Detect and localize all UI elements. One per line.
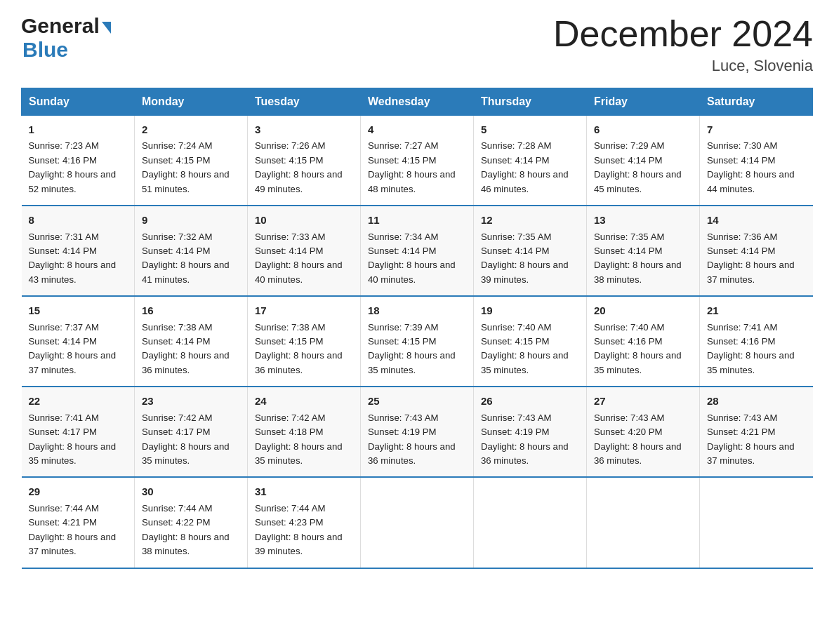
day-number: 11	[368, 212, 466, 228]
day-info: Sunrise: 7:28 AMSunset: 4:14 PMDaylight:…	[481, 139, 579, 196]
calendar-cell: 25Sunrise: 7:43 AMSunset: 4:19 PMDayligh…	[361, 387, 474, 477]
day-info: Sunrise: 7:43 AMSunset: 4:20 PMDaylight:…	[594, 411, 692, 469]
calendar-cell: 5Sunrise: 7:28 AMSunset: 4:14 PMDaylight…	[474, 116, 587, 206]
calendar-cell: 26Sunrise: 7:43 AMSunset: 4:19 PMDayligh…	[474, 387, 587, 477]
calendar-cell: 16Sunrise: 7:38 AMSunset: 4:14 PMDayligh…	[135, 296, 248, 387]
calendar-cell: 3Sunrise: 7:26 AMSunset: 4:15 PMDaylight…	[248, 116, 361, 206]
day-number: 17	[255, 302, 353, 318]
day-info: Sunrise: 7:40 AMSunset: 4:16 PMDaylight:…	[594, 321, 692, 378]
header-tuesday: Tuesday	[248, 88, 361, 116]
day-info: Sunrise: 7:43 AMSunset: 4:19 PMDaylight:…	[368, 411, 466, 469]
header-wednesday: Wednesday	[361, 88, 474, 116]
day-number: 31	[255, 483, 353, 499]
calendar-cell: 22Sunrise: 7:41 AMSunset: 4:17 PMDayligh…	[22, 387, 135, 477]
day-info: Sunrise: 7:37 AMSunset: 4:14 PMDaylight:…	[29, 321, 128, 378]
calendar-cell: 31Sunrise: 7:44 AMSunset: 4:23 PMDayligh…	[248, 477, 361, 568]
day-number: 1	[29, 121, 128, 137]
day-number: 7	[707, 121, 806, 137]
day-number: 3	[255, 121, 353, 137]
day-number: 21	[707, 302, 806, 318]
calendar-cell: 14Sunrise: 7:36 AMSunset: 4:14 PMDayligh…	[700, 206, 813, 296]
calendar-cell: 7Sunrise: 7:30 AMSunset: 4:14 PMDaylight…	[700, 116, 813, 206]
day-info: Sunrise: 7:38 AMSunset: 4:14 PMDaylight:…	[142, 321, 240, 378]
day-info: Sunrise: 7:41 AMSunset: 4:16 PMDaylight:…	[707, 321, 806, 378]
day-number: 20	[594, 302, 692, 318]
day-info: Sunrise: 7:29 AMSunset: 4:14 PMDaylight:…	[594, 139, 692, 196]
calendar-cell: 15Sunrise: 7:37 AMSunset: 4:14 PMDayligh…	[22, 296, 135, 387]
day-info: Sunrise: 7:40 AMSunset: 4:15 PMDaylight:…	[481, 321, 579, 378]
calendar-cell: 2Sunrise: 7:24 AMSunset: 4:15 PMDaylight…	[135, 116, 248, 206]
day-number: 9	[142, 212, 240, 228]
logo-arrow-icon	[102, 22, 111, 34]
calendar-cell: 10Sunrise: 7:33 AMSunset: 4:14 PMDayligh…	[248, 206, 361, 296]
header-monday: Monday	[135, 88, 248, 116]
calendar-cell	[587, 477, 700, 568]
day-info: Sunrise: 7:43 AMSunset: 4:21 PMDaylight:…	[707, 411, 806, 469]
subtitle: Luce, Slovenia	[553, 57, 813, 75]
calendar-cell: 28Sunrise: 7:43 AMSunset: 4:21 PMDayligh…	[700, 387, 813, 477]
day-info: Sunrise: 7:27 AMSunset: 4:15 PMDaylight:…	[368, 139, 466, 196]
day-number: 10	[255, 212, 353, 228]
day-number: 4	[368, 121, 466, 137]
day-number: 23	[142, 393, 240, 409]
day-number: 13	[594, 212, 692, 228]
week-row-3: 15Sunrise: 7:37 AMSunset: 4:14 PMDayligh…	[22, 296, 813, 387]
day-number: 22	[29, 393, 128, 409]
day-info: Sunrise: 7:41 AMSunset: 4:17 PMDaylight:…	[29, 411, 128, 469]
day-info: Sunrise: 7:31 AMSunset: 4:14 PMDaylight:…	[29, 230, 128, 288]
day-number: 5	[481, 121, 579, 137]
day-number: 8	[29, 212, 128, 228]
day-info: Sunrise: 7:35 AMSunset: 4:14 PMDaylight:…	[594, 230, 692, 288]
day-info: Sunrise: 7:35 AMSunset: 4:14 PMDaylight:…	[481, 230, 579, 288]
calendar-header-row: SundayMondayTuesdayWednesdayThursdayFrid…	[22, 88, 813, 116]
day-info: Sunrise: 7:38 AMSunset: 4:15 PMDaylight:…	[255, 321, 353, 378]
week-row-5: 29Sunrise: 7:44 AMSunset: 4:21 PMDayligh…	[22, 477, 813, 568]
logo-blue: Blue	[22, 38, 68, 61]
calendar-cell: 19Sunrise: 7:40 AMSunset: 4:15 PMDayligh…	[474, 296, 587, 387]
logo: General Blue	[21, 14, 111, 62]
day-info: Sunrise: 7:44 AMSunset: 4:23 PMDaylight:…	[255, 502, 353, 559]
calendar-cell: 30Sunrise: 7:44 AMSunset: 4:22 PMDayligh…	[135, 477, 248, 568]
header-sunday: Sunday	[22, 88, 135, 116]
week-row-1: 1Sunrise: 7:23 AMSunset: 4:16 PMDaylight…	[22, 116, 813, 206]
day-number: 24	[255, 393, 353, 409]
calendar-cell: 8Sunrise: 7:31 AMSunset: 4:14 PMDaylight…	[22, 206, 135, 296]
day-number: 14	[707, 212, 806, 228]
calendar-cell: 12Sunrise: 7:35 AMSunset: 4:14 PMDayligh…	[474, 206, 587, 296]
calendar-cell	[361, 477, 474, 568]
day-info: Sunrise: 7:44 AMSunset: 4:21 PMDaylight:…	[29, 502, 128, 559]
day-number: 15	[29, 302, 128, 318]
header-saturday: Saturday	[700, 88, 813, 116]
day-number: 25	[368, 393, 466, 409]
calendar-cell	[700, 477, 813, 568]
main-title: December 2024	[553, 14, 813, 54]
day-info: Sunrise: 7:34 AMSunset: 4:14 PMDaylight:…	[368, 230, 466, 288]
calendar-cell: 9Sunrise: 7:32 AMSunset: 4:14 PMDaylight…	[135, 206, 248, 296]
header-thursday: Thursday	[474, 88, 587, 116]
day-info: Sunrise: 7:32 AMSunset: 4:14 PMDaylight:…	[142, 230, 240, 288]
day-info: Sunrise: 7:39 AMSunset: 4:15 PMDaylight:…	[368, 321, 466, 378]
calendar-cell: 29Sunrise: 7:44 AMSunset: 4:21 PMDayligh…	[22, 477, 135, 568]
day-number: 18	[368, 302, 466, 318]
calendar-cell: 17Sunrise: 7:38 AMSunset: 4:15 PMDayligh…	[248, 296, 361, 387]
day-info: Sunrise: 7:42 AMSunset: 4:18 PMDaylight:…	[255, 411, 353, 469]
day-number: 29	[29, 483, 128, 499]
day-info: Sunrise: 7:30 AMSunset: 4:14 PMDaylight:…	[707, 139, 806, 196]
title-area: December 2024 Luce, Slovenia	[553, 14, 813, 75]
calendar-cell: 11Sunrise: 7:34 AMSunset: 4:14 PMDayligh…	[361, 206, 474, 296]
day-info: Sunrise: 7:43 AMSunset: 4:19 PMDaylight:…	[481, 411, 579, 469]
day-info: Sunrise: 7:26 AMSunset: 4:15 PMDaylight:…	[255, 139, 353, 196]
logo-general: General	[21, 14, 100, 38]
week-row-2: 8Sunrise: 7:31 AMSunset: 4:14 PMDaylight…	[22, 206, 813, 296]
day-number: 28	[707, 393, 806, 409]
calendar-cell: 20Sunrise: 7:40 AMSunset: 4:16 PMDayligh…	[587, 296, 700, 387]
calendar-cell: 23Sunrise: 7:42 AMSunset: 4:17 PMDayligh…	[135, 387, 248, 477]
page-header: General Blue December 2024 Luce, Sloveni…	[21, 14, 813, 75]
day-number: 19	[481, 302, 579, 318]
day-info: Sunrise: 7:42 AMSunset: 4:17 PMDaylight:…	[142, 411, 240, 469]
calendar-cell	[474, 477, 587, 568]
calendar-cell: 24Sunrise: 7:42 AMSunset: 4:18 PMDayligh…	[248, 387, 361, 477]
day-info: Sunrise: 7:24 AMSunset: 4:15 PMDaylight:…	[142, 139, 240, 196]
day-number: 2	[142, 121, 240, 137]
day-number: 12	[481, 212, 579, 228]
